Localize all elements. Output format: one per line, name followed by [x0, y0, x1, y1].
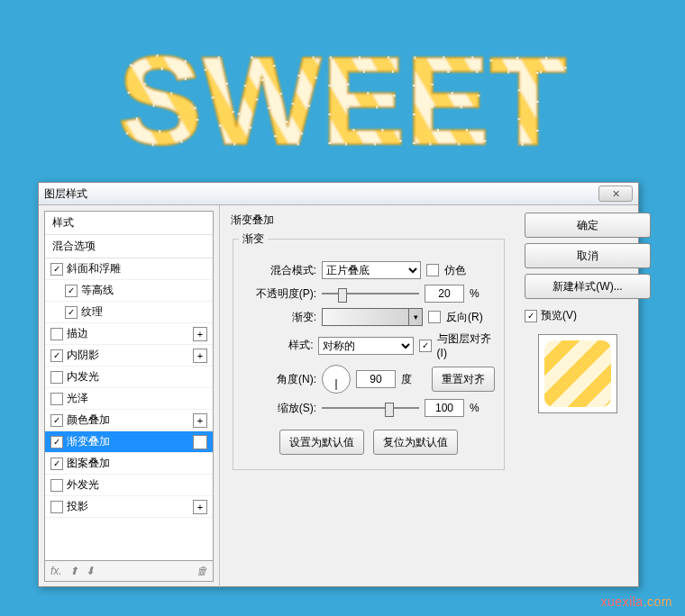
effects-list: 样式 混合选项 斜面和浮雕等高线纹理描边+内阴影+内发光光泽颜色叠加+渐变叠加+…	[44, 211, 214, 561]
effect-label: 纹理	[81, 304, 103, 320]
fx-label: fx.	[50, 565, 62, 577]
degree-label: 度	[401, 372, 412, 387]
percent-label: %	[470, 287, 480, 300]
dialog-title: 图层样式	[44, 186, 598, 202]
effect-row[interactable]: 纹理	[45, 302, 213, 323]
new-style-button[interactable]: 新建样式(W)...	[525, 274, 651, 299]
effect-checkbox[interactable]	[50, 479, 63, 492]
opacity-label: 不透明度(P):	[239, 286, 316, 302]
dialog-titlebar[interactable]: 图层样式 ✕	[39, 183, 638, 205]
preview-checkbox[interactable]	[525, 310, 537, 322]
styles-column: 样式 混合选项 斜面和浮雕等高线纹理描边+内阴影+内发光光泽颜色叠加+渐变叠加+…	[39, 205, 220, 587]
expand-icon[interactable]: +	[193, 500, 207, 514]
reverse-checkbox[interactable]	[428, 311, 441, 323]
preview-thumbnail	[538, 334, 617, 413]
align-label: 与图层对齐(I)	[437, 331, 498, 359]
effect-label: 投影	[67, 499, 88, 514]
effect-label: 斜面和浮雕	[67, 261, 121, 276]
align-checkbox[interactable]	[419, 340, 432, 352]
effect-row[interactable]: 投影+	[45, 496, 213, 518]
effect-row[interactable]: 图案叠加	[45, 453, 213, 475]
blend-options-header[interactable]: 混合选项	[45, 235, 213, 258]
scale-value[interactable]: 100	[425, 399, 464, 417]
dither-label: 仿色	[444, 263, 466, 278]
effect-checkbox[interactable]	[65, 306, 78, 319]
effect-label: 光泽	[67, 391, 88, 406]
styles-header[interactable]: 样式	[45, 212, 213, 235]
effect-row[interactable]: 渐变叠加+	[45, 431, 213, 453]
dither-checkbox[interactable]	[426, 264, 439, 276]
layer-style-dialog: 图层样式 ✕ 样式 混合选项 斜面和浮雕等高线纹理描边+内阴影+内发光光泽颜色叠…	[38, 182, 639, 587]
reset-align-button[interactable]: 重置对齐	[432, 367, 495, 392]
effect-checkbox[interactable]	[50, 263, 63, 276]
ok-button[interactable]: 确定	[525, 213, 651, 238]
effect-label: 内阴影	[67, 348, 99, 363]
expand-icon[interactable]: +	[193, 413, 207, 428]
make-default-button[interactable]: 设置为默认值	[279, 430, 364, 455]
effect-checkbox[interactable]	[50, 371, 63, 384]
effect-label: 等高线	[81, 283, 114, 298]
effect-label: 描边	[67, 326, 88, 341]
scale-slider[interactable]	[322, 401, 419, 415]
effect-label: 颜色叠加	[67, 412, 110, 428]
effect-checkbox[interactable]	[50, 501, 63, 513]
effect-row[interactable]: 内发光	[45, 367, 213, 388]
effect-label: 外发光	[67, 477, 99, 493]
svg-text:SWEET: SWEET	[118, 30, 567, 171]
angle-dial[interactable]	[322, 365, 351, 394]
effect-row[interactable]: 描边+	[45, 323, 213, 345]
style-label: 样式:	[239, 338, 313, 353]
watermark: xuexila.com	[601, 594, 672, 609]
angle-value[interactable]: 90	[356, 370, 396, 388]
move-up-icon[interactable]: ⬆	[69, 565, 78, 577]
gradient-dropdown-icon[interactable]: ▾	[408, 309, 422, 325]
reverse-label: 反向(R)	[446, 310, 483, 325]
effect-checkbox[interactable]	[50, 436, 63, 448]
effect-checkbox[interactable]	[50, 414, 63, 427]
cancel-button[interactable]: 取消	[525, 243, 651, 268]
fieldset-legend: 渐变	[239, 231, 268, 247]
effects-footer: fx. ⬆ ⬇ 🗑	[44, 561, 214, 582]
settings-column: 渐变叠加 渐变 混合模式: 正片叠底 仿色 不透明度(P): 20 % 渐变:	[220, 205, 517, 587]
gradient-label: 渐变:	[239, 310, 316, 325]
percent-label-2: %	[470, 402, 480, 414]
style-select[interactable]: 对称的	[318, 337, 414, 355]
effect-label: 图案叠加	[67, 456, 110, 471]
opacity-value[interactable]: 20	[425, 285, 464, 303]
move-down-icon[interactable]: ⬇	[86, 565, 95, 577]
gradient-fieldset: 渐变 混合模式: 正片叠底 仿色 不透明度(P): 20 % 渐变: ▾	[233, 231, 505, 470]
effect-row[interactable]: 光泽	[45, 388, 213, 410]
expand-icon[interactable]: +	[193, 327, 207, 341]
effect-checkbox[interactable]	[50, 457, 63, 470]
section-title: 渐变叠加	[231, 213, 507, 228]
preview-label: 预览(V)	[541, 308, 577, 323]
effect-label: 渐变叠加	[67, 434, 110, 449]
blend-mode-label: 混合模式:	[239, 263, 316, 278]
angle-label: 角度(N):	[239, 372, 316, 387]
reset-default-button[interactable]: 复位为默认值	[373, 430, 458, 455]
gradient-swatch[interactable]: ▾	[322, 308, 423, 326]
opacity-slider[interactable]	[322, 286, 419, 301]
effect-row[interactable]: 斜面和浮雕	[45, 258, 213, 280]
expand-icon[interactable]: +	[193, 349, 207, 363]
trash-icon[interactable]: 🗑	[196, 565, 207, 577]
effect-checkbox[interactable]	[50, 349, 63, 362]
close-button[interactable]: ✕	[598, 186, 633, 202]
effect-row[interactable]: 等高线	[45, 280, 213, 302]
effect-row[interactable]: 外发光	[45, 475, 213, 496]
effect-checkbox[interactable]	[65, 285, 78, 297]
expand-icon[interactable]: +	[193, 435, 207, 449]
effect-row[interactable]: 颜色叠加+	[45, 410, 213, 431]
scale-label: 缩放(S):	[239, 401, 316, 416]
effect-checkbox[interactable]	[50, 328, 63, 340]
blend-mode-select[interactable]: 正片叠底	[322, 261, 421, 279]
effect-row[interactable]: 内阴影+	[45, 345, 213, 367]
effect-checkbox[interactable]	[50, 393, 63, 405]
right-column: 确定 取消 新建样式(W)... 预览(V)	[517, 205, 638, 587]
canvas-artwork: SWEET SWEET	[0, 0, 685, 183]
effect-label: 内发光	[67, 369, 99, 385]
